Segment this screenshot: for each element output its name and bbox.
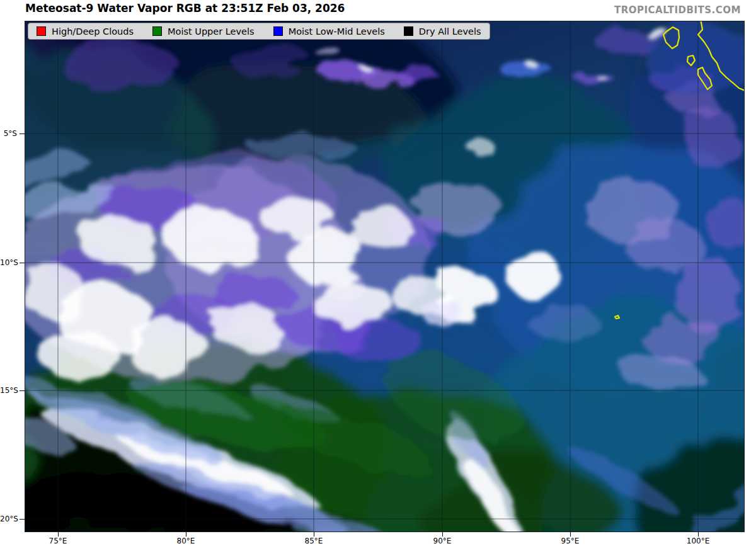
lon-label-90e: 90°E (423, 537, 461, 545)
lon-label-75e: 75°E (39, 537, 77, 545)
legend-label: Moist Low-Mid Levels (289, 26, 385, 37)
lon-label-85e: 85°E (295, 537, 333, 545)
lon-label-80e: 80°E (167, 537, 205, 545)
lon-tick (442, 532, 443, 537)
lat-tick (20, 390, 25, 391)
lat-tick (20, 519, 25, 520)
lon-tick (698, 532, 699, 537)
moist-upper-levels-swatch (152, 26, 162, 36)
legend-item-moist-low-mid-levels: Moist Low-Mid Levels (273, 26, 385, 37)
legend-label: Moist Upper Levels (168, 26, 255, 37)
lat-label-15s: 15°S (0, 386, 17, 395)
legend-item-dry-all-levels: Dry All Levels (404, 26, 481, 37)
dry-all-levels-swatch (404, 26, 413, 36)
lon-label-95e: 95°E (551, 537, 589, 545)
satellite-viewer-page: Meteosat-9 Water Vapor RGB at 23:51Z Feb… (0, 0, 756, 546)
lon-tick (58, 532, 59, 537)
legend: High/Deep Clouds Moist Upper Levels Mois… (28, 23, 490, 40)
legend-item-moist-upper-levels: Moist Upper Levels (152, 26, 255, 37)
lon-tick (570, 532, 571, 537)
legend-item-high-deep-clouds: High/Deep Clouds (37, 26, 134, 37)
high-deep-clouds-swatch (37, 26, 46, 36)
page-title: Meteosat-9 Water Vapor RGB at 23:51Z Feb… (25, 2, 345, 14)
lat-tick (20, 134, 25, 134)
satellite-map: High/Deep Clouds Moist Upper Levels Mois… (25, 21, 744, 532)
lon-label-100e: 100°E (679, 537, 717, 545)
moist-low-mid-levels-swatch (273, 26, 283, 36)
satellite-imagery (25, 21, 744, 532)
legend-label: Dry All Levels (419, 26, 481, 37)
lat-label-10s: 10°S (0, 258, 17, 267)
lat-label-20s: 20°S (0, 515, 17, 523)
lat-tick (20, 263, 25, 263)
lat-label-5s: 5°S (0, 129, 17, 138)
legend-label: High/Deep Clouds (52, 26, 134, 37)
lon-tick (314, 532, 314, 537)
lon-tick (186, 532, 186, 537)
watermark: TROPICALTIDBITS.COM (614, 4, 741, 16)
